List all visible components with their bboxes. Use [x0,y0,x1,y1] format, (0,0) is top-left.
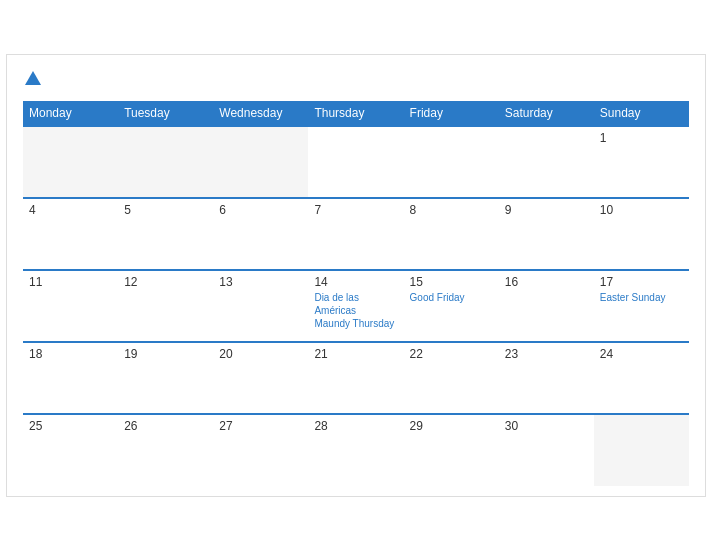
day-cell: 13 [213,270,308,342]
day-cell: 9 [499,198,594,270]
day-number: 24 [600,347,683,361]
empty-cell [213,126,308,198]
day-number: 22 [410,347,493,361]
week-row-3: 11121314Dia de las AméricasMaundy Thursd… [23,270,689,342]
logo [23,71,41,87]
day-cell: 30 [499,414,594,486]
weekday-sunday: Sunday [594,101,689,126]
day-cell [308,126,403,198]
day-number: 7 [314,203,397,217]
day-number: 23 [505,347,588,361]
day-cell: 20 [213,342,308,414]
weekday-wednesday: Wednesday [213,101,308,126]
day-number: 11 [29,275,112,289]
day-number: 27 [219,419,302,433]
day-cell: 7 [308,198,403,270]
day-cell: 15Good Friday [404,270,499,342]
holiday-label: Maundy Thursday [314,317,397,330]
calendar-table: MondayTuesdayWednesdayThursdayFridaySatu… [23,101,689,486]
day-cell: 12 [118,270,213,342]
day-cell: 19 [118,342,213,414]
day-number: 10 [600,203,683,217]
day-cell: 22 [404,342,499,414]
holiday-label: Easter Sunday [600,291,683,304]
week-row-4: 18192021222324 [23,342,689,414]
day-number: 19 [124,347,207,361]
day-number: 30 [505,419,588,433]
day-number: 18 [29,347,112,361]
day-cell: 10 [594,198,689,270]
calendar-container: MondayTuesdayWednesdayThursdayFridaySatu… [6,54,706,497]
day-number: 13 [219,275,302,289]
day-cell: 4 [23,198,118,270]
day-cell: 5 [118,198,213,270]
header [23,71,689,87]
day-cell: 29 [404,414,499,486]
weekday-thursday: Thursday [308,101,403,126]
day-cell: 8 [404,198,499,270]
logo-triangle-icon [25,71,41,85]
day-cell [594,414,689,486]
day-number: 26 [124,419,207,433]
weekday-monday: Monday [23,101,118,126]
holiday-label: Dia de las Américas [314,291,397,317]
day-number: 28 [314,419,397,433]
weekday-tuesday: Tuesday [118,101,213,126]
day-number: 15 [410,275,493,289]
day-cell: 18 [23,342,118,414]
week-row-1: 1 [23,126,689,198]
day-number: 9 [505,203,588,217]
day-number: 8 [410,203,493,217]
day-cell: 23 [499,342,594,414]
weekday-saturday: Saturday [499,101,594,126]
day-number: 20 [219,347,302,361]
week-row-5: 252627282930 [23,414,689,486]
holiday-label: Good Friday [410,291,493,304]
day-number: 25 [29,419,112,433]
day-cell: 17Easter Sunday [594,270,689,342]
day-number: 5 [124,203,207,217]
day-number: 6 [219,203,302,217]
day-number: 12 [124,275,207,289]
day-cell [404,126,499,198]
day-cell: 24 [594,342,689,414]
weekday-header-row: MondayTuesdayWednesdayThursdayFridaySatu… [23,101,689,126]
day-cell: 14Dia de las AméricasMaundy Thursday [308,270,403,342]
day-number: 29 [410,419,493,433]
day-cell [499,126,594,198]
day-cell: 21 [308,342,403,414]
day-cell: 26 [118,414,213,486]
empty-cell [118,126,213,198]
day-number: 16 [505,275,588,289]
empty-cell [23,126,118,198]
day-number: 14 [314,275,397,289]
day-number: 17 [600,275,683,289]
day-number: 1 [600,131,683,145]
day-number: 4 [29,203,112,217]
day-number: 21 [314,347,397,361]
day-cell: 11 [23,270,118,342]
day-cell: 1 [594,126,689,198]
day-cell: 27 [213,414,308,486]
day-cell: 16 [499,270,594,342]
weekday-friday: Friday [404,101,499,126]
day-cell: 6 [213,198,308,270]
day-cell: 28 [308,414,403,486]
day-cell: 25 [23,414,118,486]
week-row-2: 45678910 [23,198,689,270]
